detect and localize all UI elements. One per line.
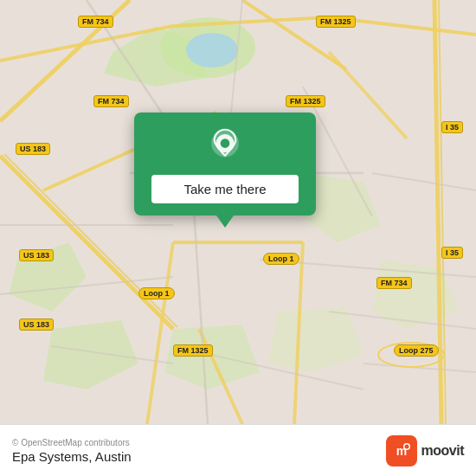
road-badge-fm734-top-left: FM 734	[78, 16, 113, 28]
take-me-there-button[interactable]: Take me there	[151, 175, 299, 203]
svg-point-9	[186, 33, 238, 68]
road-badge-us183-mid: US 183	[19, 249, 54, 261]
road-badge-fm734-bottom-right: FM 734	[376, 277, 412, 289]
road-badge-loop1-right: Loop 1	[263, 253, 299, 265]
road-badge-i35-bottom: I 35	[441, 247, 463, 259]
svg-point-45	[404, 444, 408, 448]
bottom-bar: © OpenStreetMap contributors Epa Systems…	[0, 424, 476, 476]
road-badge-fm1325-top-right: FM 1325	[316, 16, 356, 28]
popup-card: Take me there	[134, 113, 316, 215]
road-badge-us183-top: US 183	[16, 143, 50, 155]
location-pin-icon	[206, 128, 244, 166]
map-container: Take me there FM 734FM 734FM 1325FM 1325…	[0, 0, 476, 424]
road-badge-fm1325-bottom: FM 1325	[173, 344, 213, 357]
road-badge-fm734-mid-left: FM 734	[93, 95, 129, 107]
moovit-logo[interactable]: m moovit	[386, 435, 464, 466]
road-badge-loop275: Loop 275	[394, 344, 439, 357]
road-badge-us183-bottom: US 183	[19, 318, 54, 331]
moovit-logo-icon: m	[386, 435, 417, 466]
road-badge-loop1-left: Loop 1	[138, 287, 175, 299]
svg-point-41	[221, 138, 230, 148]
attribution-text: © OpenStreetMap contributors	[12, 438, 132, 447]
bottom-left-info: © OpenStreetMap contributors Epa Systems…	[12, 438, 132, 464]
location-label: Epa Systems, Austin	[12, 449, 132, 464]
road-badge-i35-top: I 35	[441, 121, 463, 133]
road-badge-fm1325-mid: FM 1325	[286, 95, 325, 107]
moovit-wordmark: moovit	[421, 443, 464, 459]
